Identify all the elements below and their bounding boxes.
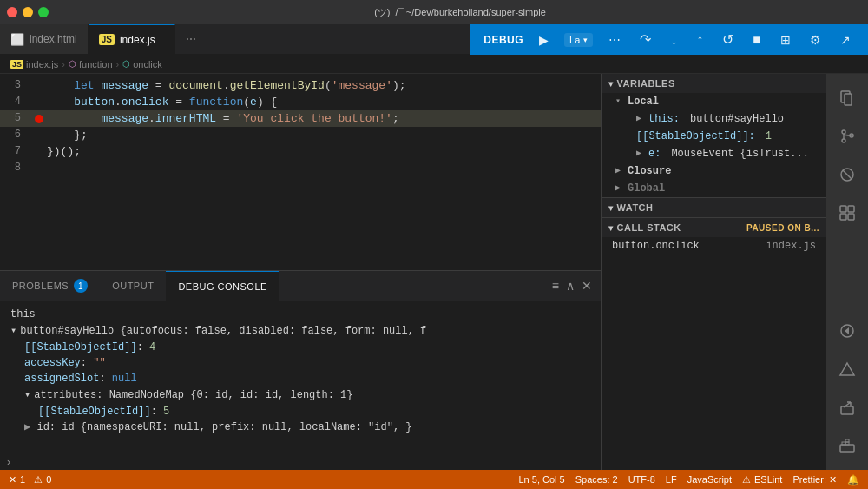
tab-js[interactable]: JS index.js — [89, 24, 175, 54]
tab-output-label: OUTPUT — [112, 281, 154, 291]
bc-function[interactable]: ⬡ function — [69, 59, 113, 69]
code-line-3: 3 let message = document.getElementById(… — [0, 77, 601, 94]
watch-header[interactable]: ▾ WATCH — [602, 198, 826, 217]
svg-point-2 — [842, 130, 845, 134]
status-spaces[interactable]: Spaces: 2 — [575, 474, 618, 485]
watch-section: ▾ WATCH — [602, 198, 826, 218]
js-icon: JS — [99, 34, 115, 45]
call-stack-arrow: ▾ — [608, 223, 614, 233]
line-num-7: 7 — [0, 143, 35, 160]
bc-onclick[interactable]: ⬡ onclick — [122, 59, 162, 69]
watch-label: WATCH — [617, 202, 654, 213]
svg-rect-15 — [842, 442, 845, 445]
stop-btn[interactable]: ■ — [749, 29, 765, 51]
restart-btn[interactable]: ↺ — [719, 28, 737, 51]
status-encoding[interactable]: UTF-8 — [628, 474, 655, 485]
tab-output[interactable]: OUTPUT — [100, 271, 166, 301]
main-area: 3 let message = document.getElementById(… — [0, 74, 868, 470]
activity-docker[interactable] — [830, 428, 865, 463]
tree-e[interactable]: ▶ e: MouseEvent {isTrust... — [615, 145, 826, 162]
bc-sep2: › — [116, 59, 120, 69]
prettier-text: Prettier: ✕ — [792, 474, 837, 486]
panel-close-icon[interactable]: ✕ — [582, 279, 592, 293]
code-editor[interactable]: 3 let message = document.getElementById(… — [0, 74, 601, 270]
debug-config[interactable]: La ▾ — [564, 33, 593, 47]
activity-share[interactable] — [830, 390, 865, 425]
variables-arrow: ▾ — [608, 79, 614, 89]
global-label: Global — [628, 181, 665, 196]
expand-arrow-button[interactable]: ▾ — [10, 323, 16, 339]
console-attributes: ▾ attributes: NamedNodeMap {0: id, id: i… — [24, 387, 590, 403]
bc-js[interactable]: JS index.js — [10, 59, 58, 69]
warning-count: 0 — [46, 474, 51, 485]
window-title: (ツ)_/¯ ~/Dev/burkeholland/super-simple — [59, 6, 861, 19]
breakpoint-5[interactable] — [35, 115, 43, 123]
chevron-down-icon: ▾ — [583, 36, 588, 44]
activity-extensions[interactable] — [830, 195, 865, 230]
maximize-button[interactable] — [38, 7, 49, 17]
status-linter[interactable]: ⚠ ESLint — [742, 474, 782, 486]
minimize-button[interactable] — [23, 7, 33, 17]
step-over-btn[interactable]: ↷ — [636, 28, 654, 51]
tree-global[interactable]: ▶ Global — [602, 180, 826, 197]
activity-deploy[interactable] — [830, 352, 865, 387]
this-val: button#sayHello — [690, 111, 784, 127]
debug-config-label: La — [569, 35, 580, 45]
expand-arrow-attrs[interactable]: ▾ — [24, 387, 30, 403]
step-into-btn[interactable]: ↓ — [667, 29, 681, 51]
variables-header[interactable]: ▾ VARIABLES — [602, 74, 826, 93]
tab-problems[interactable]: PROBLEMS 1 — [0, 271, 100, 301]
panel-up-icon[interactable]: ∧ — [566, 279, 575, 293]
tab-debug-console[interactable]: DEBUG CONSOLE — [166, 271, 279, 301]
language-text: JavaScript — [687, 474, 732, 485]
step-out-btn[interactable]: ↑ — [693, 29, 707, 51]
console-stable-id: [[StableObjectId]]: 4 — [24, 340, 590, 355]
e-val: MouseEvent {isTrust... — [671, 146, 808, 162]
tree-local[interactable]: ▾ Local — [602, 93, 826, 110]
tree-closure[interactable]: ▶ Closure — [602, 162, 826, 180]
linter-icon: ⚠ — [742, 474, 751, 486]
panel-scroll-left[interactable]: › — [7, 456, 10, 468]
panel-list-icon[interactable]: ≡ — [552, 279, 559, 293]
status-prettier[interactable]: Prettier: ✕ — [792, 474, 837, 486]
expand-arrow-id[interactable]: ▶ — [24, 421, 30, 433]
call-stack-label: CALL STACK — [617, 222, 681, 233]
console-id-attr: ▶ id: id {namespaceURI: null, prefix: nu… — [24, 420, 590, 435]
call-stack-section: ▾ CALL STACK PAUSED ON B... button.oncli… — [602, 218, 826, 470]
line-num-5: 5 — [0, 110, 35, 127]
activity-git[interactable] — [830, 119, 865, 154]
problems-badge: 1 — [74, 279, 88, 293]
split-btn[interactable]: ⊞ — [777, 30, 794, 50]
stable-id-key: [[StableObjectId]]: — [636, 129, 755, 144]
activity-debug[interactable] — [830, 157, 865, 192]
status-line-ending[interactable]: LF — [666, 474, 677, 485]
activity-explorer[interactable] — [830, 81, 865, 116]
status-language[interactable]: JavaScript — [687, 474, 732, 485]
tree-this[interactable]: ▶ this: button#sayHello — [615, 110, 826, 128]
tab-html[interactable]: ⬜ index.html — [0, 24, 89, 54]
call-stack-item-0[interactable]: button.onclick index.js — [602, 237, 826, 254]
tab-html-label: index.html — [30, 33, 77, 45]
panel-actions: ≡ ∧ ✕ — [543, 271, 601, 301]
debug-dots-btn[interactable]: ⋯ — [605, 30, 624, 50]
console-access-key: accessKey: "" — [24, 355, 590, 371]
stable-id-val: 1 — [766, 129, 772, 144]
dots-icon[interactable]: ⋯ — [186, 33, 196, 45]
local-label: Local — [628, 94, 659, 109]
console-attrs-content: attributes: NamedNodeMap {0: id, id: id,… — [34, 387, 352, 403]
close-button[interactable] — [7, 7, 17, 17]
breadcrumb: JS index.js › ⬡ function › ⬡ onclick — [0, 55, 868, 74]
tree-stable-id: [[StableObjectId]]: 1 — [602, 128, 826, 145]
svg-rect-14 — [840, 445, 854, 452]
settings-btn[interactable]: ⚙ — [806, 30, 825, 50]
status-bell[interactable]: 🔔 — [847, 474, 859, 486]
play-debug-btn[interactable]: ▶ — [536, 30, 552, 50]
call-stack-header[interactable]: ▾ CALL STACK PAUSED ON B... — [602, 218, 826, 237]
open-editor-btn[interactable]: ↗ — [837, 30, 854, 50]
cs-fn-0: button.onclick — [612, 240, 700, 252]
status-position[interactable]: Ln 5, Col 5 — [519, 474, 565, 485]
watch-arrow: ▾ — [608, 203, 614, 213]
local-arrow: ▾ — [615, 94, 624, 109]
activity-back[interactable] — [830, 314, 865, 348]
status-errors[interactable]: ✕ 1 ⚠ 0 — [9, 474, 51, 486]
